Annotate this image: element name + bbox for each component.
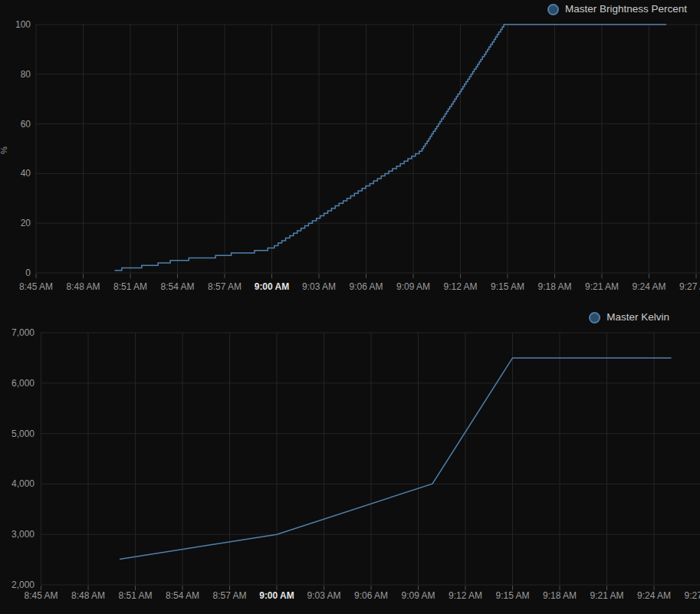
kelvin-legend-label: Master Kelvin — [606, 310, 669, 325]
x-axis-tick-label: 9:03 AM — [307, 590, 340, 601]
y-axis-tick-label: 3,000 — [12, 529, 35, 540]
x-axis-tick-label: 8:48 AM — [71, 590, 105, 601]
y-axis-tick-label: 40 — [21, 168, 31, 179]
x-axis-tick-label: 9:24 AM — [637, 590, 671, 601]
x-axis-tick-label: 9:27 AM — [679, 281, 700, 292]
x-axis-tick-label: 8:57 AM — [208, 281, 242, 292]
brightness-legend-item[interactable]: Master Brightness Percent — [547, 2, 687, 17]
x-axis-tick-label: 9:27 AM — [684, 590, 700, 601]
x-axis-tick-label: 8:51 AM — [113, 281, 147, 292]
x-axis-tick-label: 9:00 AM — [259, 590, 294, 601]
x-axis-tick-label: 8:54 AM — [166, 590, 199, 601]
y-axis-tick-label: 5,000 — [12, 428, 35, 439]
x-axis-tick-label: 9:12 AM — [443, 281, 477, 292]
x-axis-tick-label: 9:12 AM — [449, 590, 482, 601]
x-axis-tick-label: 9:21 AM — [590, 590, 623, 601]
x-axis-tick-label: 8:48 AM — [66, 281, 100, 292]
x-axis-tick-label: 9:09 AM — [401, 590, 435, 601]
brightness-chart[interactable]: 0204060801008:45 AM8:48 AM8:51 AM8:54 AM… — [0, 0, 700, 307]
x-axis-tick-label: 9:00 AM — [255, 281, 290, 292]
x-axis-tick-label: 8:45 AM — [19, 281, 53, 292]
y-axis-unit-label: % — [0, 146, 8, 154]
x-axis-tick-label: 8:57 AM — [212, 590, 246, 601]
y-axis-tick-label: 0 — [25, 268, 31, 278]
y-axis-tick-label: 2,000 — [12, 580, 35, 590]
x-axis-tick-label: 9:24 AM — [632, 281, 665, 292]
x-axis-tick-label: 9:03 AM — [302, 281, 336, 292]
x-axis-tick-label: 9:06 AM — [354, 590, 388, 601]
x-axis-tick-label: 9:09 AM — [396, 281, 430, 292]
x-axis-tick-label: 8:51 AM — [118, 590, 152, 601]
kelvin-legend-marker-icon — [589, 312, 600, 323]
y-axis-tick-label: 80 — [21, 69, 31, 80]
kelvin-series-line — [120, 358, 672, 560]
y-axis-tick-label: 7,000 — [12, 327, 35, 338]
x-axis-tick-label: 9:15 AM — [495, 590, 529, 601]
kelvin-legend-item[interactable]: Master Kelvin — [589, 310, 669, 325]
brightness-chart-panel: Master Brightness Percent 0204060801008:… — [0, 0, 700, 307]
brightness-legend-marker-icon — [547, 4, 559, 15]
x-axis-tick-label: 8:45 AM — [24, 590, 58, 601]
x-axis-tick-label: 9:21 AM — [585, 281, 619, 292]
x-axis-tick-label: 9:18 AM — [543, 590, 577, 601]
x-axis-tick-label: 9:06 AM — [349, 281, 383, 292]
y-axis-tick-label: 100 — [15, 19, 31, 30]
y-axis-tick-label: 4,000 — [12, 478, 35, 489]
y-axis-tick-label: 60 — [21, 119, 31, 130]
x-axis-tick-label: 8:54 AM — [160, 281, 194, 292]
kelvin-chart[interactable]: 2,0003,0004,0005,0006,0007,0008:45 AM8:4… — [0, 307, 700, 614]
x-axis-tick-label: 9:18 AM — [537, 281, 571, 292]
y-axis-tick-label: 6,000 — [12, 378, 35, 389]
y-axis-tick-label: 20 — [21, 218, 31, 228]
kelvin-chart-panel: Master Kelvin 2,0003,0004,0005,0006,0007… — [0, 307, 700, 614]
brightness-series-line — [115, 25, 667, 271]
brightness-legend-label: Master Brightness Percent — [565, 2, 687, 17]
x-axis-tick-label: 9:15 AM — [491, 281, 524, 292]
